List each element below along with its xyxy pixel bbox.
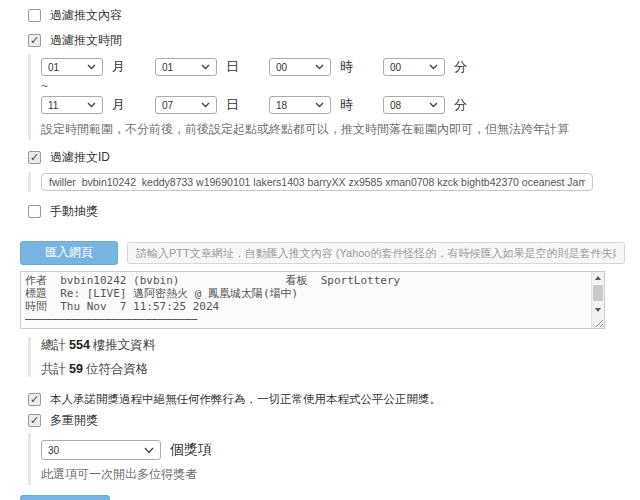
multi-draw-checkbox[interactable]: ✓ bbox=[28, 414, 41, 427]
chevron-down-icon bbox=[429, 64, 438, 70]
resize-grip-icon[interactable] bbox=[593, 317, 604, 328]
id-filter-input[interactable] bbox=[41, 173, 593, 191]
chevron-down-icon bbox=[87, 64, 96, 70]
filter-id-row: ✓ 過濾推文ID bbox=[28, 149, 640, 166]
multi-draw-block: 30 個獎項 此選項可一次開出多位得獎者 bbox=[28, 433, 640, 485]
multi-draw-hint: 此選項可一次開出多位得獎者 bbox=[41, 466, 640, 483]
time-from-row: 01 月 01 日 00 時 00 分 bbox=[41, 56, 640, 78]
scroll-up-icon[interactable] bbox=[592, 272, 604, 284]
chevron-down-icon bbox=[315, 102, 324, 108]
hour-unit-label: 時 bbox=[340, 58, 353, 76]
total-count: 554 bbox=[69, 338, 90, 352]
chevron-down-icon bbox=[144, 447, 154, 454]
filter-id-label: 過濾推文ID bbox=[50, 149, 110, 166]
to-minute-select[interactable]: 08 bbox=[383, 96, 445, 114]
chevron-down-icon bbox=[201, 64, 210, 70]
check-icon: ✓ bbox=[30, 394, 39, 405]
qualified-count-line: 共計59位符合資格 bbox=[41, 361, 640, 377]
month-unit-label: 月 bbox=[112, 96, 125, 114]
from-minute-select[interactable]: 00 bbox=[383, 58, 445, 76]
article-url-input[interactable] bbox=[127, 242, 625, 264]
multi-draw-row: ✓ 多重開獎 bbox=[28, 412, 640, 429]
filter-content-checkbox[interactable]: ✓ bbox=[28, 9, 41, 22]
from-month-select[interactable]: 01 bbox=[41, 58, 103, 76]
qualified-count: 59 bbox=[69, 362, 83, 376]
total-prefix: 總計 bbox=[41, 338, 66, 352]
filter-time-label: 過濾推文時間 bbox=[50, 32, 122, 49]
from-minute-value: 00 bbox=[390, 62, 401, 73]
to-hour-value: 18 bbox=[276, 100, 287, 111]
to-day-value: 07 bbox=[162, 100, 173, 111]
check-icon: ✓ bbox=[30, 35, 39, 46]
import-page-button[interactable]: 匯入網頁 bbox=[20, 241, 118, 265]
filter-id-checkbox[interactable]: ✓ bbox=[28, 151, 41, 164]
day-unit-label: 日 bbox=[226, 96, 239, 114]
to-minute-value: 08 bbox=[390, 100, 401, 111]
to-day-select[interactable]: 07 bbox=[155, 96, 217, 114]
check-icon: ✓ bbox=[30, 415, 39, 426]
time-to-row: 11 月 07 日 18 時 08 分 bbox=[41, 94, 640, 116]
to-month-value: 11 bbox=[48, 100, 58, 111]
total-suffix: 樓推文資料 bbox=[93, 338, 156, 352]
stats-block: 總計554樓推文資料 共計59位符合資格 bbox=[28, 337, 640, 377]
id-filter-block bbox=[28, 172, 640, 192]
multi-draw-label: 多重開獎 bbox=[50, 412, 98, 429]
to-hour-select[interactable]: 18 bbox=[269, 96, 331, 114]
to-month-select[interactable]: 11 bbox=[41, 96, 103, 114]
chevron-down-icon bbox=[315, 64, 324, 70]
check-icon: ✓ bbox=[30, 152, 39, 163]
article-content: 作者 bvbin10242 (bvbin) 看板 SportLottery 標題… bbox=[25, 274, 588, 326]
article-textarea[interactable]: 作者 bvbin10242 (bvbin) 看板 SportLottery 標題… bbox=[20, 271, 605, 329]
qualified-prefix: 共計 bbox=[41, 362, 66, 376]
chevron-down-icon bbox=[201, 102, 210, 108]
filter-time-checkbox[interactable]: ✓ bbox=[28, 34, 41, 47]
chevron-down-icon bbox=[429, 102, 438, 108]
day-unit-label: 日 bbox=[226, 58, 239, 76]
total-comments-line: 總計554樓推文資料 bbox=[41, 337, 640, 353]
from-hour-value: 00 bbox=[276, 62, 287, 73]
month-unit-label: 月 bbox=[112, 58, 125, 76]
minute-unit-label: 分 bbox=[454, 58, 467, 76]
from-hour-select[interactable]: 00 bbox=[269, 58, 331, 76]
from-day-select[interactable]: 01 bbox=[155, 58, 217, 76]
filter-time-row: ✓ 過濾推文時間 bbox=[28, 32, 640, 49]
filter-content-row: ✓ 過濾推文內容 bbox=[28, 7, 640, 24]
from-day-value: 01 bbox=[162, 62, 173, 73]
scroll-down-icon[interactable] bbox=[592, 304, 604, 316]
qualified-suffix: 位符合資格 bbox=[86, 362, 149, 376]
hour-unit-label: 時 bbox=[340, 96, 353, 114]
time-filter-hint: 設定時間範圍，不分前後，前後設定起點或終點都可以，推文時間落在範圍內即可，但無法… bbox=[41, 121, 640, 138]
scrollbar-thumb[interactable] bbox=[593, 285, 603, 301]
promise-row: ✓ 本人承諾開獎過程中絕無任何作弊行為，一切正常使用本程式公平公正開獎。 bbox=[28, 392, 640, 407]
from-month-value: 01 bbox=[48, 62, 59, 73]
prize-count-select[interactable]: 30 bbox=[41, 440, 161, 460]
chevron-down-icon bbox=[87, 102, 96, 108]
minute-unit-label: 分 bbox=[454, 96, 467, 114]
manual-draw-row: ✓ 手動抽獎 bbox=[28, 203, 640, 220]
filter-content-label: 過濾推文內容 bbox=[50, 7, 122, 24]
promise-checkbox[interactable]: ✓ bbox=[28, 393, 41, 406]
time-filter-block: 01 月 01 日 00 時 00 分 ~ 11 月 07 日 bbox=[28, 54, 640, 140]
manual-draw-checkbox[interactable]: ✓ bbox=[28, 205, 41, 218]
time-range-tilde: ~ bbox=[41, 79, 640, 93]
import-row: 匯入網頁 bbox=[20, 241, 640, 265]
promise-label: 本人承諾開獎過程中絕無任何作弊行為，一切正常使用本程式公平公正開獎。 bbox=[50, 392, 441, 407]
manual-draw-label: 手動抽獎 bbox=[50, 203, 98, 220]
prize-unit-label: 個獎項 bbox=[170, 441, 212, 459]
prize-count-value: 30 bbox=[48, 445, 59, 456]
draw-button[interactable]: 開獎! bbox=[20, 495, 110, 500]
